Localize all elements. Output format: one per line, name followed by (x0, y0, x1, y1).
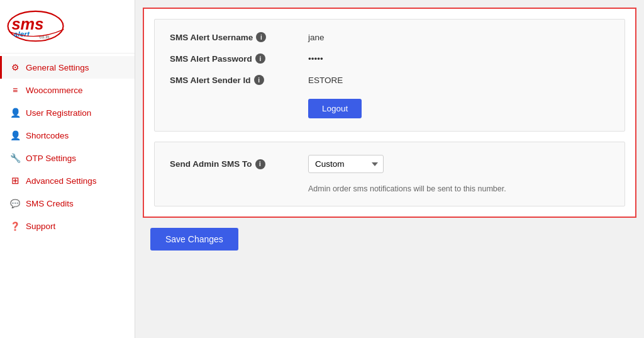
username-info-icon[interactable]: i (256, 32, 266, 42)
sender-info-icon[interactable]: i (254, 75, 264, 85)
save-area: Save Changes (143, 218, 636, 261)
sidebar-item-otp-settings[interactable]: 🔧 OTP Settings (0, 147, 135, 169)
sidebar-label-advanced-settings: Advanced Settings (26, 176, 97, 186)
admin-sms-dropdown[interactable]: Custom Admin Other (308, 155, 384, 173)
sidebar-item-sms-credits[interactable]: 💬 SMS Credits (0, 192, 135, 215)
gear-icon: ⚙ (9, 62, 21, 73)
sidebar-item-support[interactable]: ❓ Support (0, 215, 135, 237)
username-value: jane (308, 33, 325, 42)
nav-menu: ⚙ General Settings ≡ Woocommerce 👤 User … (0, 54, 135, 237)
sidebar-item-advanced-settings[interactable]: ⊞ Advanced Settings (0, 169, 135, 192)
sidebar-label-general-settings: General Settings (26, 63, 89, 72)
sidebar-item-woocommerce[interactable]: ≡ Woocommerce (0, 79, 135, 101)
sidebar-item-shortcodes[interactable]: 👤 Shortcodes (0, 124, 135, 147)
logout-row: Logout (170, 96, 609, 118)
sidebar-label-otp-settings: OTP Settings (26, 154, 76, 163)
password-label: SMS Alert Password i (170, 54, 308, 64)
admin-sms-section: Send Admin SMS To i Custom Admin Other A… (154, 142, 625, 206)
save-changes-button[interactable]: Save Changes (150, 228, 238, 251)
advanced-icon: ⊞ (9, 175, 21, 186)
sidebar-label-user-registration: User Registration (26, 108, 91, 118)
question-icon: ❓ (9, 220, 21, 232)
admin-sms-info-icon[interactable]: i (255, 159, 265, 169)
sidebar: sms alert co.in ⚙ General Settings ≡ Woo… (0, 0, 135, 338)
sidebar-label-woocommerce: Woocommerce (26, 86, 83, 95)
logo-area: sms alert co.in (0, 0, 135, 54)
sidebar-item-general-settings[interactable]: ⚙ General Settings (0, 56, 135, 79)
admin-sms-row: Send Admin SMS To i Custom Admin Other (170, 155, 609, 173)
password-row: SMS Alert Password i ••••• (170, 54, 609, 64)
sidebar-label-shortcodes: Shortcodes (26, 131, 69, 140)
sidebar-label-sms-credits: SMS Credits (26, 199, 74, 208)
user-icon: 👤 (9, 107, 21, 118)
password-info-icon[interactable]: i (255, 54, 265, 64)
content-wrapper: SMS Alert Username i jane SMS Alert Pass… (143, 8, 636, 218)
sender-row: SMS Alert Sender Id i ESTORE (170, 75, 609, 85)
username-label: SMS Alert Username i (170, 32, 308, 42)
sidebar-label-support: Support (26, 222, 55, 231)
smsalert-logo: sms alert co.in (6, 8, 75, 45)
username-row: SMS Alert Username i jane (170, 32, 609, 42)
logout-button[interactable]: Logout (308, 99, 362, 118)
comment-icon: 💬 (9, 198, 21, 209)
shortcodes-icon: 👤 (9, 130, 21, 141)
admin-sms-label: Send Admin SMS To i (170, 159, 308, 169)
admin-sms-note: Admin order sms notifications will be se… (308, 184, 609, 193)
logo-container: sms alert co.in (6, 8, 128, 45)
password-value: ••••• (308, 54, 323, 64)
main-content: SMS Alert Username i jane SMS Alert Pass… (135, 0, 644, 338)
credentials-section: SMS Alert Username i jane SMS Alert Pass… (154, 19, 625, 132)
wrench-icon: 🔧 (9, 152, 21, 164)
sidebar-item-user-registration[interactable]: 👤 User Registration (0, 101, 135, 124)
sender-label: SMS Alert Sender Id i (170, 75, 308, 85)
sender-value: ESTORE (308, 76, 343, 85)
list-icon: ≡ (9, 84, 21, 96)
